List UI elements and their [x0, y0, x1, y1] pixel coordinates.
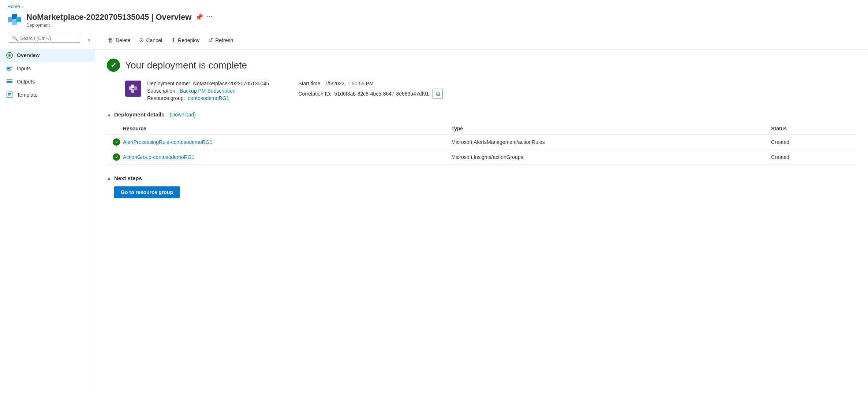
- status-check-icon: ✓: [107, 59, 120, 72]
- row-check-icon: ✓: [113, 153, 120, 161]
- next-steps-header[interactable]: ▲ Next steps: [107, 175, 856, 181]
- cancel-icon: ⊘: [139, 37, 144, 44]
- page-header: NoMarketplace-20220705135045 | Overview …: [0, 11, 868, 31]
- svg-rect-8: [7, 68, 10, 69]
- svg-rect-3: [16, 17, 21, 22]
- main-layout: 🔍 « Overview Inputs Outputs: [0, 31, 868, 392]
- page-title: NoMarketplace-20220705135045 | Overview …: [26, 12, 212, 22]
- subscription-label: Subscription:: [147, 88, 177, 94]
- template-icon: [6, 91, 13, 99]
- chevron-icon: ▲: [107, 176, 111, 181]
- copy-correlation-button[interactable]: ⧉: [433, 89, 443, 99]
- start-time-label: Start time:: [298, 81, 322, 86]
- table-header-row: Resource Type Status: [107, 123, 856, 135]
- refresh-button[interactable]: ↺ Refresh: [205, 34, 237, 46]
- deployment-icon: [7, 12, 22, 28]
- breadcrumb-home[interactable]: Home: [7, 4, 20, 9]
- deployment-table: Resource Type Status ✓ AlertProcessingRu…: [107, 123, 856, 165]
- svg-point-6: [9, 55, 10, 56]
- title-text: NoMarketplace-20220705135045 | Overview: [26, 12, 191, 22]
- toolbar: 🗑 Delete ⊘ Cancel ⬆ Redeploy ↺ Refresh: [95, 31, 868, 50]
- sidebar-item-template[interactable]: Template: [0, 88, 95, 101]
- next-steps-content: Go to resource group: [107, 186, 856, 198]
- pin-icon[interactable]: 📌: [195, 13, 203, 21]
- redeploy-button[interactable]: ⬆ Redeploy: [167, 34, 203, 46]
- name-label: Deployment name:: [147, 81, 190, 86]
- delete-icon: 🗑: [108, 37, 113, 44]
- status-cell: Created: [765, 150, 856, 165]
- breadcrumb: Home ›: [0, 0, 868, 11]
- sidebar-item-label: Outputs: [17, 79, 35, 85]
- correlation-label: Correlation ID:: [298, 91, 331, 97]
- type-cell: Microsoft.Insights/actionGroups: [446, 150, 766, 165]
- start-time-value: 7/5/2022, 1:50:55 PM: [325, 81, 374, 86]
- resource-group-field: Resource group: contosodemoRG1: [147, 95, 269, 101]
- svg-rect-9: [7, 70, 11, 71]
- collapse-button[interactable]: «: [87, 37, 90, 43]
- overview-icon: [6, 52, 13, 59]
- search-input[interactable]: [20, 36, 77, 41]
- page-subtitle: Deployment: [26, 23, 212, 28]
- svg-rect-20: [134, 86, 137, 90]
- deployment-name-field: Deployment name: NoMarketplace-202207051…: [147, 81, 269, 86]
- svg-rect-19: [131, 89, 134, 93]
- name-value: NoMarketplace-20220705135045: [193, 81, 269, 86]
- next-steps-section: ▲ Next steps Go to resource group: [107, 175, 856, 198]
- deployment-details-section: ▲ Deployment details (Download) Resource…: [107, 111, 856, 165]
- outputs-icon: [6, 78, 13, 85]
- cancel-button[interactable]: ⊘ Cancel: [135, 34, 166, 46]
- info-left-panel: Deployment name: NoMarketplace-202207051…: [125, 81, 269, 101]
- delete-label: Delete: [116, 37, 130, 43]
- download-link[interactable]: (Download): [169, 112, 196, 118]
- subscription-field: Subscription: Backup PM Subscription: [147, 88, 269, 94]
- subscription-value[interactable]: Backup PM Subscription: [180, 88, 236, 94]
- col-type: Type: [446, 123, 766, 135]
- section-label: Deployment details: [114, 111, 165, 118]
- go-to-resource-group-button[interactable]: Go to resource group: [114, 186, 180, 198]
- content-area: ✓ Your deployment is complete: [95, 50, 868, 207]
- cancel-label: Cancel: [146, 37, 162, 43]
- main-content: 🗑 Delete ⊘ Cancel ⬆ Redeploy ↺ Refresh ✓…: [95, 31, 868, 392]
- refresh-icon: ↺: [208, 37, 213, 44]
- svg-rect-12: [7, 82, 12, 83]
- deployment-resource-icon: [125, 81, 141, 97]
- row-check-icon: ✓: [113, 138, 120, 146]
- sidebar-item-outputs[interactable]: Outputs: [0, 75, 95, 88]
- status-cell: Created: [765, 135, 856, 150]
- correlation-row: Correlation ID: 51d6f3a6-82c8-4bc5-8647-…: [298, 89, 443, 99]
- delete-button[interactable]: 🗑 Delete: [104, 35, 134, 46]
- correlation-value: 51d6f3a6-82c8-4bc5-8647-8e683a47df91: [334, 91, 429, 97]
- rg-label: Resource group:: [147, 95, 185, 101]
- start-time-row: Start time: 7/5/2022, 1:50:55 PM: [298, 81, 443, 86]
- col-resource: Resource: [107, 123, 446, 135]
- resource-cell: ✓ AlertProcessingRule-contosodemoRG1: [113, 138, 440, 146]
- sidebar-item-inputs[interactable]: Inputs: [0, 62, 95, 75]
- info-right-panel: Start time: 7/5/2022, 1:50:55 PM Correla…: [298, 81, 443, 101]
- svg-rect-7: [7, 67, 12, 68]
- resource-cell: ✓ ActionGroup-contosodemoRG1: [113, 153, 440, 161]
- sidebar-item-label: Inputs: [17, 66, 31, 71]
- table-row: ✓ AlertProcessingRule-contosodemoRG1 Mic…: [107, 135, 856, 150]
- more-icon[interactable]: ···: [207, 13, 212, 21]
- type-cell: Microsoft.AlertsManagement/actionRules: [446, 135, 766, 150]
- inputs-icon: [6, 65, 13, 72]
- table-row: ✓ ActionGroup-contosodemoRG1 Microsoft.I…: [107, 150, 856, 165]
- deployment-info: Deployment name: NoMarketplace-202207051…: [125, 81, 856, 101]
- deployment-details-header[interactable]: ▲ Deployment details (Download): [107, 111, 856, 118]
- search-container: 🔍: [9, 34, 80, 43]
- sidebar-item-overview[interactable]: Overview: [0, 49, 95, 62]
- redeploy-label: Redeploy: [178, 37, 199, 43]
- sidebar: 🔍 « Overview Inputs Outputs: [0, 31, 95, 392]
- sidebar-item-label: Overview: [17, 52, 40, 58]
- resource-link[interactable]: AlertProcessingRule-contosodemoRG1: [123, 139, 212, 145]
- svg-rect-10: [7, 79, 12, 80]
- header-title-block: NoMarketplace-20220705135045 | Overview …: [26, 12, 212, 28]
- resource-link[interactable]: ActionGroup-contosodemoRG1: [123, 154, 194, 160]
- deployment-status: ✓ Your deployment is complete: [107, 59, 856, 72]
- chevron-icon: ▲: [107, 112, 111, 117]
- info-fields: Deployment name: NoMarketplace-202207051…: [147, 81, 269, 101]
- breadcrumb-separator: ›: [22, 4, 24, 9]
- rg-value[interactable]: contosodemoRG1: [188, 95, 229, 101]
- svg-rect-18: [131, 85, 134, 88]
- deployment-status-title: Your deployment is complete: [125, 60, 247, 71]
